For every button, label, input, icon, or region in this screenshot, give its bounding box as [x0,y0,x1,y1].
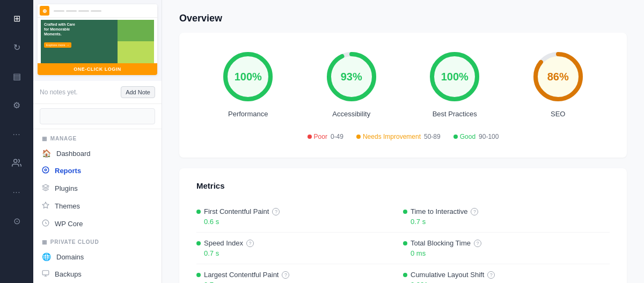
score-accessibility: 93% Accessibility [325,50,378,118]
settings-icon[interactable]: ⚙ [7,95,26,115]
legend-needs-range: 50-89 [424,133,441,140]
metric-cls-info[interactable]: ? [487,271,495,279]
add-note-button[interactable]: Add Note [121,86,155,98]
accessibility-value: 93% [341,71,362,83]
legend-poor: Poor 0-49 [308,133,343,140]
metric-si-value: 0.7 s [196,249,403,257]
accessibility-circle: 93% [325,50,378,103]
metric-tti-dot [403,210,407,214]
performance-circle: 100% [221,50,275,103]
legend-good: Good 90-100 [453,133,499,140]
metric-fcp-info[interactable]: ? [272,208,280,215]
legend-poor-label: Poor [314,133,327,140]
sidebar-item-backups[interactable]: Backups [33,265,162,283]
performance-label: Performance [228,110,268,118]
notes-area: No notes yet. Add Note [33,81,162,104]
svg-marker-3 [42,202,49,208]
metrics-right-col: Time to Interactive ? 0.7 s Total Blocki… [403,201,610,283]
backups-icon [42,270,49,279]
metric-fcp-dot [196,210,201,214]
metric-tti-info[interactable]: ? [471,208,478,215]
metric-lcp-value: 0.7 s [196,281,403,283]
accessibility-label: Accessibility [332,110,370,118]
overview-title: Overview [179,13,627,24]
sidebar-item-plugins[interactable]: Plugins [33,180,162,197]
layout-icon[interactable]: ▤ [7,66,26,86]
metrics-grid: First Contentful Paint ? 0.6 s Speed Ind… [196,201,610,283]
metric-tbt-dot [403,241,407,245]
search-area [33,104,162,129]
seo-label: SEO [551,110,565,118]
best-practices-label: Best Practices [433,110,477,118]
sidebar-item-wpcore[interactable]: WP Core [33,215,162,233]
legend-needs-label: Needs Improvement [363,133,421,140]
manage-section-label: ▦ MANAGE [33,129,162,145]
score-seo: 86% SEO [531,50,585,118]
scores-row: 100% Performance 93% Accessibility [196,50,610,118]
themes-icon [42,202,49,211]
refresh-icon[interactable]: ↻ [7,38,26,57]
metric-tti-name: Time to Interactive [411,207,467,215]
account-icon[interactable]: ⊙ [7,211,26,230]
metric-tbt-name: Total Blocking Time [411,239,471,247]
wpcore-label: WP Core [55,220,83,228]
metric-tti: Time to Interactive ? 0.7 s [403,201,610,233]
metric-lcp: Largest Contentful Paint ? 0.7 s [196,264,403,283]
sidebar-item-themes[interactable]: Themes [33,197,162,215]
manage-icon: ▦ [42,136,47,142]
metric-cls-name: Cumulative Layout Shift [411,271,484,279]
reports-icon [42,166,49,175]
seo-value: 86% [547,71,569,83]
sidebar-item-domains[interactable]: 🌐 Domains [33,248,162,265]
score-performance: 100% Performance [221,50,275,118]
metric-fcp-value: 0.6 s [196,218,403,226]
overview-card: 100% Performance 93% Accessibility [179,33,627,158]
domains-icon: 🌐 [42,252,51,261]
metric-tbt: Total Blocking Time ? 0 ms [403,233,610,264]
metric-si-info[interactable]: ? [246,240,254,247]
score-best-practices: 100% Best Practices [428,50,481,118]
legend-needs: Needs Improvement 50-89 [356,133,441,140]
metrics-title: Metrics [196,181,610,190]
metric-cls: Cumulative Layout Shift ? 0.021 [403,264,610,283]
notes-placeholder: No notes yet. [40,88,116,96]
plugins-icon [42,184,49,193]
dashboard-icon: 🏠 [42,149,51,158]
metric-cls-value: 0.021 [403,281,610,283]
legend-good-dot [453,135,458,139]
dots-top[interactable]: ··· [7,124,26,144]
reports-label: Reports [55,167,81,175]
site-preview: ⊕ Crafted with Carefor MemorableMoments.… [33,0,162,81]
metrics-card: Metrics First Contentful Paint ? 0.6 s S… [179,168,627,283]
backups-label: Backups [55,270,82,278]
svg-point-0 [14,159,17,162]
metric-lcp-name: Largest Contentful Paint [204,271,279,279]
search-input[interactable] [40,108,155,124]
legend-poor-dot [308,135,312,139]
private-cloud-icon: ▦ [42,239,47,245]
best-practices-circle: 100% [428,50,481,103]
dots-bottom[interactable]: ··· [7,182,26,202]
sidebar-item-reports[interactable]: Reports [33,162,162,180]
metric-tbt-value: 0 ms [403,249,610,257]
preview-logo-icon: ⊕ [40,6,49,16]
themes-label: Themes [55,202,80,210]
sidebar-item-dashboard[interactable]: 🏠 Dashboard [33,145,162,162]
grid-icon[interactable]: ⊞ [7,9,26,28]
dashboard-label: Dashboard [56,150,91,158]
metric-si: Speed Index ? 0.7 s [196,233,403,264]
legend-good-label: Good [460,133,475,140]
metric-lcp-info[interactable]: ? [282,271,289,279]
users-icon[interactable] [7,153,26,173]
private-cloud-section-label: ▦ PRIVATE CLOUD [33,233,162,248]
metric-lcp-dot [196,273,201,277]
svg-point-1 [42,167,49,173]
icon-bar: ⊞ ↻ ▤ ⚙ ··· ··· ⊙ [0,0,33,283]
legend-needs-dot [356,135,361,139]
legend-row: Poor 0-49 Needs Improvement 50-89 Good 9… [196,133,610,140]
preview-login-button[interactable]: ONE-CLICK LOGIN [38,63,157,75]
metric-tbt-info[interactable]: ? [474,240,481,247]
performance-value: 100% [235,71,262,83]
metric-fcp-name: First Contentful Paint [204,207,269,215]
svg-point-2 [45,169,47,171]
